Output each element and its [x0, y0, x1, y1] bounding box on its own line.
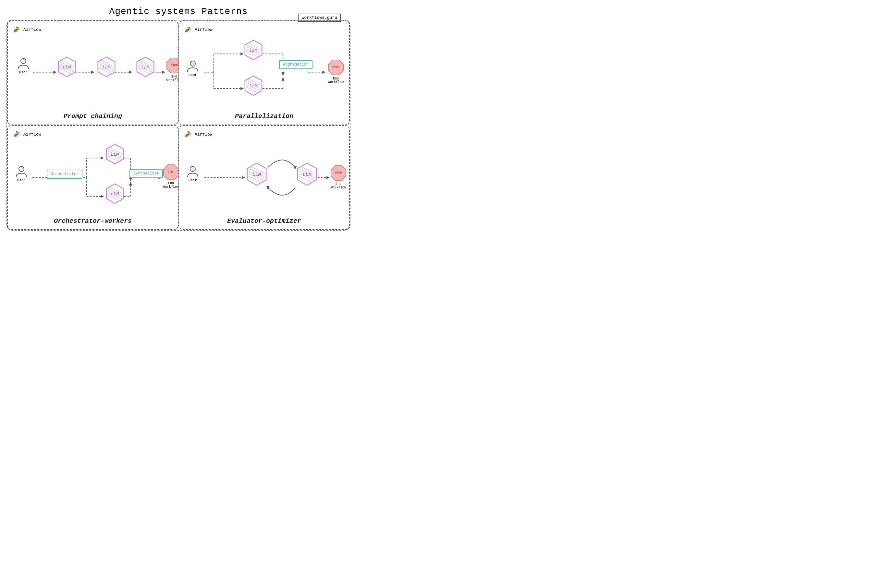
llm1-pc: LLM [56, 56, 78, 78]
svg-point-90 [16, 134, 18, 135]
airflow-label-3: Airflow [23, 132, 41, 137]
user-label-2: User [189, 73, 197, 77]
svg-line-64 [191, 62, 195, 66]
svg-text:LLM: LLM [102, 65, 111, 70]
svg-marker-99 [101, 195, 104, 198]
airflow-logo-4: Airflow [184, 130, 213, 139]
user-label-1: User [19, 70, 28, 74]
quadrant-prompt-chaining: Airflow [7, 20, 179, 125]
airflow-label-2: Airflow [195, 27, 213, 32]
svg-text:LLM: LLM [111, 192, 119, 196]
user-node-3: User [15, 165, 28, 182]
stop-node-3: STOP EndWorkflow [162, 164, 179, 189]
stop-label-2: EndWorkflow [328, 77, 344, 84]
aggregation-node: Aggregation [279, 60, 312, 69]
orchestrator-box: Orchestrator [47, 170, 83, 179]
svg-text:LLM: LLM [249, 84, 258, 88]
llm-top-orch: LLM [104, 143, 126, 165]
svg-marker-105 [129, 182, 132, 186]
svg-marker-12 [162, 71, 165, 74]
user-label-3: User [17, 178, 26, 182]
llm-right-eval: LLM [294, 162, 320, 187]
user-node-1: User [17, 57, 30, 74]
main-grid: Airflow [6, 20, 350, 231]
svg-text:STOP: STOP [333, 66, 339, 69]
parallelization-arrows [179, 21, 349, 124]
llm-bottom-orch: LLM [104, 183, 126, 205]
svg-marker-102 [129, 178, 132, 182]
stop-label-1: EndWorkflow [167, 75, 179, 82]
stop-node-1: STOP EndWorkflow [165, 57, 179, 82]
aggregation-box: Aggregation [279, 60, 312, 69]
svg-point-47 [188, 29, 189, 30]
svg-marker-8 [91, 71, 95, 74]
svg-point-4 [16, 29, 18, 30]
user-label-4: User [189, 178, 197, 182]
svg-text:LLM: LLM [303, 172, 311, 177]
stop-label-3: EndWorkflow [163, 182, 179, 189]
svg-marker-141 [326, 176, 330, 179]
stop-node-4: STOP EndWorkflow [330, 164, 347, 189]
svg-marker-62 [323, 71, 326, 74]
quadrant-title-1: Prompt chaining [8, 112, 178, 120]
quadrant-title-4: Evaluator-optimizer [179, 217, 349, 225]
quadrant-orchestrator: Airflow [7, 125, 179, 230]
svg-line-109 [20, 167, 23, 171]
svg-text:LLM: LLM [111, 152, 119, 157]
svg-marker-10 [129, 71, 132, 74]
synthesizer-node: Synthesizer [129, 169, 163, 178]
airflow-logo-2: Airflow [184, 25, 213, 34]
quadrant-title-2: Parallelization [179, 112, 349, 120]
svg-text:LLM: LLM [63, 65, 71, 70]
quadrant-title-3: Orchestrator-workers [8, 217, 178, 225]
airflow-logo-3: Airflow [12, 130, 41, 139]
svg-marker-60 [281, 77, 285, 81]
svg-text:LLM: LLM [249, 48, 258, 53]
svg-line-143 [191, 167, 195, 171]
user-node-4: User [186, 165, 199, 182]
quadrant-evaluator: Airflow [179, 125, 350, 230]
svg-text:STOP: STOP [168, 171, 174, 174]
svg-text:LLM: LLM [252, 172, 261, 177]
orchestrator-node: Orchestrator [47, 170, 83, 179]
llm-left-eval: LLM [244, 162, 269, 187]
svg-text:LLM: LLM [141, 65, 150, 70]
svg-marker-57 [281, 72, 285, 76]
airflow-label-4: Airflow [195, 132, 213, 137]
synthesizer-box: Synthesizer [129, 169, 163, 178]
stop-label-4: EndWorkflow [330, 182, 346, 189]
llm3-pc: LLM [134, 56, 156, 78]
svg-line-14 [21, 59, 25, 63]
user-node-2: User [186, 59, 199, 77]
quadrant-parallelization: Airflow [179, 20, 350, 125]
airflow-label-1: Airflow [23, 27, 41, 32]
llm-bottom-par: LLM [242, 75, 264, 97]
stop-node-2: STOP EndWorkflow [327, 59, 345, 84]
svg-text:STOP: STOP [335, 171, 342, 174]
svg-point-135 [188, 134, 189, 135]
airflow-logo-1: Airflow [12, 25, 41, 34]
llm-top-par: LLM [242, 39, 264, 61]
svg-marker-96 [101, 156, 104, 160]
llm2-pc: LLM [95, 56, 117, 78]
svg-text:STOP: STOP [171, 64, 178, 67]
